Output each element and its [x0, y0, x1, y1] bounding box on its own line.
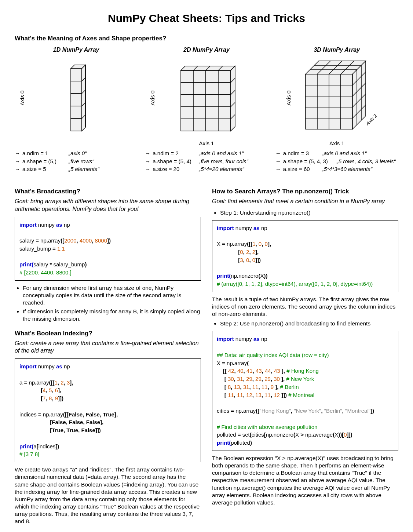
svg-rect-43: [329, 74, 341, 85]
prop-note: „five rows": [69, 158, 94, 165]
boolean-indexing-explain: We create two arrays "a" and "indices". …: [15, 466, 201, 525]
prop-note: „5 elements": [69, 165, 99, 173]
svg-rect-1: [71, 81, 82, 94]
axes-heading: What's the Meaning of Axes and Shape pro…: [15, 34, 398, 43]
prop-note: „5*4*3=60 elements": [322, 165, 373, 173]
prop-note: „axis 0 and axis 1": [322, 150, 367, 157]
broadcasting-heading: What's Broadcasting?: [15, 187, 201, 196]
page-title: NumPy Cheat Sheets: Tips and Tricks: [15, 11, 398, 25]
svg-rect-4: [71, 119, 82, 131]
svg-rect-41: [306, 74, 317, 85]
bullet-item: For any dimension where first array has …: [23, 284, 201, 306]
svg-rect-49: [306, 96, 317, 107]
nonzero-goal: Goal: find elements that meet a certain …: [212, 198, 398, 205]
svg-rect-44: [341, 74, 352, 85]
cube-2d-icon: [173, 61, 240, 135]
svg-rect-31: [218, 119, 231, 131]
cube-3d-icon: Axis 2: [295, 59, 379, 136]
broadcasting-code: import numpy as np salary = np.array([20…: [15, 217, 201, 281]
axis1-label-2d: Axis 1: [145, 140, 268, 147]
boolean-indexing-heading: What's Boolean Indexing?: [15, 329, 201, 338]
svg-rect-15: [218, 70, 231, 83]
arrow-icon: →: [275, 165, 281, 173]
axis0-label: Axis 0: [149, 90, 156, 105]
svg-marker-6: [82, 65, 85, 131]
axis0-label: Axis 0: [19, 90, 26, 105]
svg-rect-13: [193, 70, 206, 83]
boolean-indexing-goal: Goal: create a new array that contains a…: [15, 340, 201, 355]
arrow-icon: →: [15, 150, 20, 157]
svg-rect-53: [306, 107, 317, 118]
arrow-icon: →: [145, 158, 150, 165]
svg-rect-28: [181, 119, 193, 131]
prop-key: a.ndim = 3: [283, 150, 320, 157]
svg-rect-24: [181, 107, 193, 119]
cube-1d-icon: [65, 61, 87, 135]
array-2d: 2D NumPy Array Axis 0 Axis 1: [145, 46, 268, 174]
prop-key: a.ndim = 2: [153, 150, 197, 157]
svg-rect-14: [206, 70, 218, 83]
svg-rect-0: [71, 69, 82, 81]
arrow-icon: →: [145, 165, 150, 173]
broadcasting-goal: Goal: bring arrays with different shapes…: [15, 198, 201, 213]
svg-rect-2: [71, 94, 82, 106]
prop-key: a.ndim = 1: [22, 150, 66, 157]
svg-rect-46: [317, 85, 329, 96]
svg-rect-3: [71, 106, 82, 119]
svg-rect-22: [206, 95, 218, 107]
svg-rect-26: [206, 107, 218, 119]
svg-rect-30: [206, 119, 218, 131]
array-1d-title: 1D NumPy Array: [15, 46, 138, 54]
array-3d-diagram: Axis 0 Axis 2: [275, 58, 398, 138]
arrays-row: 1D NumPy Array Axis 0 →a.ndim = 1„axis 0…: [15, 46, 398, 174]
prop-key: a.size = 5: [22, 165, 66, 173]
left-column: What's Broadcasting? Goal: bring arrays …: [15, 181, 201, 525]
svg-rect-59: [329, 118, 341, 129]
svg-rect-23: [218, 95, 231, 107]
svg-rect-17: [193, 83, 206, 95]
arrow-icon: →: [275, 158, 281, 165]
array-1d-diagram: Axis 0: [15, 58, 138, 138]
svg-rect-25: [193, 107, 206, 119]
svg-rect-56: [341, 107, 352, 118]
svg-rect-18: [206, 83, 218, 95]
axis0-label: Axis 0: [285, 90, 292, 105]
nonzero-heading: How to Search Arrays? The np.nonzero() T…: [212, 187, 398, 196]
array-1d: 1D NumPy Array Axis 0 →a.ndim = 1„axis 0…: [15, 46, 138, 174]
nonzero-step2-explain: The Boolean expression "X > np.average(X…: [212, 455, 398, 506]
arrow-icon: →: [275, 150, 281, 157]
broadcasting-bullets: For any dimension where first array has …: [15, 284, 201, 323]
prop-note: „5 rows, 4 cols, 3 levels": [337, 158, 396, 165]
svg-rect-60: [341, 118, 352, 129]
array-2d-title: 2D NumPy Array: [145, 46, 268, 54]
arrow-icon: →: [15, 158, 20, 165]
svg-rect-21: [193, 95, 206, 107]
boolean-indexing-code: import numpy as np a = np.array([[1, 2, …: [15, 358, 201, 462]
step1-label: Step 1: Understanding np.nonzero(): [220, 209, 398, 216]
svg-rect-48: [341, 85, 352, 96]
prop-key: a.shape = (5, 4, 3): [283, 158, 335, 165]
axis1-label-1d: [15, 140, 138, 147]
array-3d: 3D NumPy Array Axis 0 Axis 2: [275, 46, 398, 174]
prop-note: „axis 0": [69, 150, 87, 157]
svg-rect-58: [317, 118, 329, 129]
svg-rect-29: [193, 119, 206, 131]
prop-note: „5*4=20 elements": [199, 165, 244, 173]
axis2-label: Axis 2: [365, 113, 378, 127]
nonzero-step2-code: import numpy as np ## Data: air quality …: [212, 331, 398, 451]
prop-note: „axis 0 and axis 1": [199, 150, 244, 157]
svg-rect-52: [341, 96, 352, 107]
svg-rect-20: [181, 95, 193, 107]
svg-rect-50: [317, 96, 329, 107]
svg-rect-54: [317, 107, 329, 118]
prop-key: a.shape = (5,): [22, 158, 66, 165]
svg-rect-19: [218, 83, 231, 95]
svg-rect-51: [329, 96, 341, 107]
array-2d-diagram: Axis 0: [145, 58, 268, 138]
svg-rect-57: [306, 118, 317, 129]
svg-rect-16: [181, 83, 193, 95]
array-3d-title: 3D NumPy Array: [275, 46, 398, 54]
svg-rect-55: [329, 107, 341, 118]
right-column: How to Search Arrays? The np.nonzero() T…: [212, 181, 398, 525]
nonzero-step1-explain: The result is a tuple of two NumPy array…: [212, 296, 398, 318]
